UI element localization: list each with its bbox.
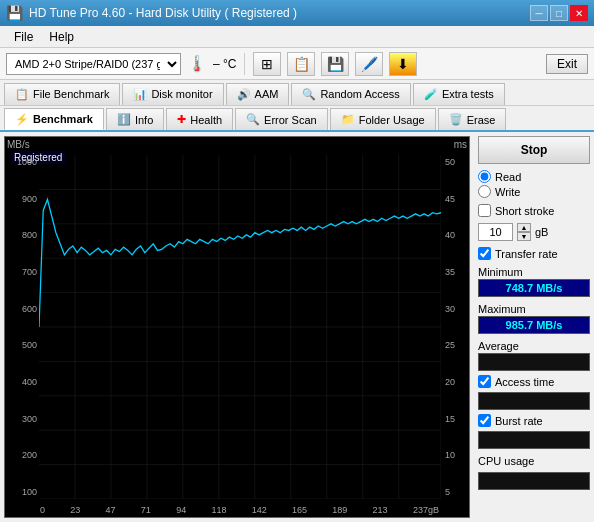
maximize-button[interactable]: □: [550, 5, 568, 21]
device-select[interactable]: AMD 2+0 Stripe/RAID0 (237 gB): [6, 53, 181, 75]
chart-unit-left: MB/s: [7, 139, 30, 150]
transfer-rate-checkbox-label[interactable]: Transfer rate: [478, 247, 590, 260]
burst-rate-checkbox-label[interactable]: Burst rate: [478, 414, 590, 427]
cpu-usage-label: CPU usage: [478, 455, 590, 467]
maximum-value: 985.7 MB/s: [478, 316, 590, 334]
write-radio[interactable]: [478, 185, 491, 198]
folder-usage-icon: 📁: [341, 113, 355, 126]
toolbar-btn-1[interactable]: ⊞: [253, 52, 281, 76]
stroke-input[interactable]: 10: [478, 223, 513, 241]
title-bar: 💾 HD Tune Pro 4.60 - Hard Disk Utility (…: [0, 0, 594, 26]
stop-button[interactable]: Stop: [478, 136, 590, 164]
menu-help[interactable]: Help: [41, 28, 82, 46]
maximum-section: Maximum 985.7 MB/s: [478, 301, 590, 334]
temp-icon: 🌡️: [187, 54, 207, 73]
tab-info[interactable]: ℹ️ Info: [106, 108, 164, 130]
minimum-label: Minimum: [478, 266, 590, 278]
stroke-row: 10 ▲ ▼ gB: [478, 223, 590, 241]
tab-folder-usage[interactable]: 📁 Folder Usage: [330, 108, 436, 130]
tab-disk-monitor[interactable]: 📊 Disk monitor: [122, 83, 223, 105]
exit-button[interactable]: Exit: [546, 54, 588, 74]
short-stroke-checkbox[interactable]: [478, 204, 491, 217]
toolbar-sep-1: [244, 53, 245, 75]
short-stroke-checkbox-label[interactable]: Short stroke: [478, 204, 590, 217]
access-time-value: [478, 392, 590, 410]
random-access-icon: 🔍: [302, 88, 316, 101]
tab-health[interactable]: ✚ Health: [166, 108, 233, 130]
benchmark-chart: [39, 155, 441, 499]
access-time-checkbox-label[interactable]: Access time: [478, 375, 590, 388]
burst-rate-value: [478, 431, 590, 449]
stroke-up-button[interactable]: ▲: [517, 223, 531, 232]
right-panel: Stop Read Write Short stroke 10 ▲ ▼ gB: [474, 132, 594, 522]
transfer-rate-checkbox[interactable]: [478, 247, 491, 260]
tab-row-2: ⚡ Benchmark ℹ️ Info ✚ Health 🔍 Error Sca…: [0, 106, 594, 132]
read-radio-label[interactable]: Read: [478, 170, 590, 183]
tab-erase[interactable]: 🗑️ Erase: [438, 108, 507, 130]
window-controls: ─ □ ✕: [530, 5, 588, 21]
read-radio[interactable]: [478, 170, 491, 183]
toolbar: AMD 2+0 Stripe/RAID0 (237 gB) 🌡️ – °C ⊞ …: [0, 48, 594, 80]
menu-file[interactable]: File: [6, 28, 41, 46]
y-axis-right: 50 45 40 35 30 25 20 15 10 5: [445, 157, 467, 497]
burst-rate-checkbox[interactable]: [478, 414, 491, 427]
minimum-section: Minimum 748.7 MB/s: [478, 264, 590, 297]
info-icon: ℹ️: [117, 113, 131, 126]
read-write-group: Read Write: [478, 168, 590, 200]
toolbar-btn-5[interactable]: ⬇: [389, 52, 417, 76]
y-axis-left: 1000 900 800 700 600 500 400 300 200 100: [7, 157, 37, 497]
write-radio-label[interactable]: Write: [478, 185, 590, 198]
aam-icon: 🔊: [237, 88, 251, 101]
benchmark-icon: ⚡: [15, 113, 29, 126]
window-title: HD Tune Pro 4.60 - Hard Disk Utility ( R…: [29, 6, 297, 20]
temp-display: – °C: [213, 57, 236, 71]
stroke-down-button[interactable]: ▼: [517, 232, 531, 241]
tab-random-access[interactable]: 🔍 Random Access: [291, 83, 410, 105]
error-scan-icon: 🔍: [246, 113, 260, 126]
close-button[interactable]: ✕: [570, 5, 588, 21]
erase-icon: 🗑️: [449, 113, 463, 126]
file-benchmark-icon: 📋: [15, 88, 29, 101]
chart-unit-right: ms: [454, 139, 467, 150]
tab-error-scan[interactable]: 🔍 Error Scan: [235, 108, 328, 130]
disk-monitor-icon: 📊: [133, 88, 147, 101]
minimize-button[interactable]: ─: [530, 5, 548, 21]
menu-bar: File Help: [0, 26, 594, 48]
average-value: [478, 353, 590, 371]
toolbar-btn-4[interactable]: 🖊️: [355, 52, 383, 76]
tab-row-1: 📋 File Benchmark 📊 Disk monitor 🔊 AAM 🔍 …: [0, 80, 594, 106]
tab-benchmark[interactable]: ⚡ Benchmark: [4, 108, 104, 130]
health-icon: ✚: [177, 113, 186, 126]
stroke-unit: gB: [535, 226, 548, 238]
stroke-spinner: ▲ ▼: [517, 223, 531, 241]
toolbar-btn-2[interactable]: 📋: [287, 52, 315, 76]
average-label: Average: [478, 340, 590, 352]
maximum-label: Maximum: [478, 303, 590, 315]
average-section: Average: [478, 338, 590, 371]
tab-file-benchmark[interactable]: 📋 File Benchmark: [4, 83, 120, 105]
cpu-usage-value: [478, 472, 590, 490]
minimum-value: 748.7 MB/s: [478, 279, 590, 297]
toolbar-btn-3[interactable]: 💾: [321, 52, 349, 76]
chart-area: MB/s ms Registered 1000 900 800 700 600 …: [4, 136, 470, 518]
extra-tests-icon: 🧪: [424, 88, 438, 101]
tab-extra-tests[interactable]: 🧪 Extra tests: [413, 83, 505, 105]
main-content: MB/s ms Registered 1000 900 800 700 600 …: [0, 132, 594, 522]
app-icon: 💾: [6, 5, 23, 21]
tab-aam[interactable]: 🔊 AAM: [226, 83, 290, 105]
access-time-checkbox[interactable]: [478, 375, 491, 388]
x-axis: 0 23 47 71 94 118 142 165 189 213 237gB: [40, 505, 439, 515]
